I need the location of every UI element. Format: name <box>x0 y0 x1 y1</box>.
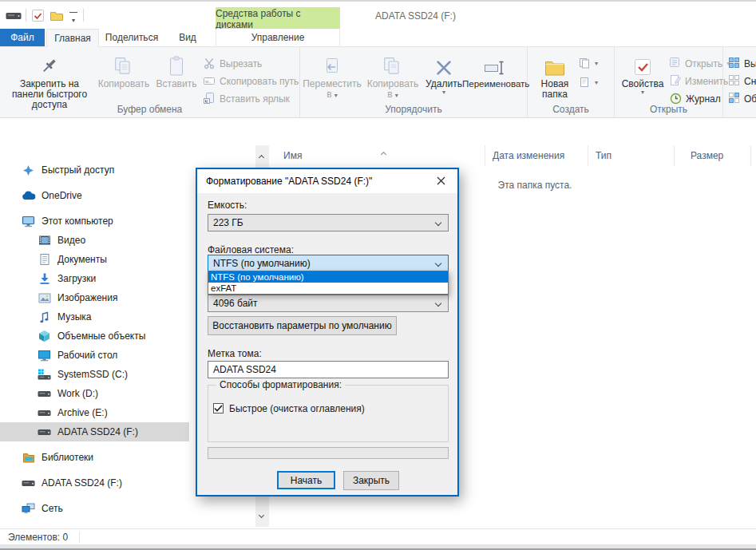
copy-path-icon: w.. <box>203 74 216 89</box>
properties-button[interactable]: Свойства ▾ <box>619 50 666 96</box>
copy-to-label: Копировать в <box>367 78 419 100</box>
column-header-name[interactable]: Имя <box>269 145 485 166</box>
sort-ascending-icon <box>382 148 386 159</box>
column-header-date[interactable]: Дата изменения <box>485 145 588 166</box>
sidebar-item-label: Изображения <box>57 292 117 303</box>
sidebar-item[interactable]: Быстрый доступ <box>0 160 189 180</box>
filesystem-option[interactable]: exFAT <box>208 283 448 294</box>
sidebar-item[interactable]: ADATA SSD24 (F:) <box>0 473 189 493</box>
sidebar-item[interactable]: SystemSSD (C:) <box>0 365 189 384</box>
scroll-down-arrow[interactable] <box>259 508 263 520</box>
sidebar-item[interactable]: Видео <box>0 231 189 250</box>
new-folder-label: Новая папка <box>534 79 576 100</box>
volume-label-value: ADATA SSD24 <box>213 364 276 375</box>
close-icon <box>437 176 445 188</box>
ribbon-tabs: Файл Главная Поделиться Вид Управление <box>0 29 756 46</box>
column-header-type[interactable]: Тип <box>588 145 675 166</box>
sidebar-item[interactable]: Этот компьютер <box>0 212 189 231</box>
ribbon-group-organize: Переместить в ▾ Копировать в ▾ Удалить ▾… <box>300 47 528 117</box>
edit-label: Изменить <box>685 76 728 87</box>
quick-format-checkbox[interactable] <box>213 403 224 413</box>
cluster-size-value: 4096 байт <box>213 298 258 309</box>
dialog-title-bar[interactable]: Форматирование "ADATA SSD24 (F:)" <box>197 169 457 193</box>
sidebar-item[interactable]: Сеть <box>0 499 189 518</box>
ribbon-group-create: Новая папка ▾ ▾ Создать <box>528 47 615 117</box>
sidebar-item-label: Этот компьютер <box>42 216 113 227</box>
group-label-open: Открыть <box>615 104 722 115</box>
filesystem-option[interactable]: NTFS (по умолчанию) <box>208 271 448 283</box>
filesystem-combobox[interactable]: NTFS (по умолчанию) <box>208 255 449 272</box>
sidebar-item-label: Сеть <box>42 503 63 514</box>
invert-selection-button[interactable]: Обр <box>728 92 756 106</box>
sidebar-item[interactable]: Рабочий стол <box>0 346 189 365</box>
select-all-icon <box>728 57 740 71</box>
column-header-size[interactable]: Размер <box>675 145 751 166</box>
tab-manage[interactable]: Управление <box>216 29 340 46</box>
objects-3d-icon <box>37 330 52 342</box>
sidebar-item[interactable]: Изображения <box>0 288 189 307</box>
sidebar-item[interactable]: Загрузки <box>0 269 189 288</box>
new-folder-button[interactable]: Новая папка <box>534 50 576 100</box>
pictures-icon <box>37 291 52 304</box>
move-to-label: Переместить в <box>303 78 362 100</box>
title-bar: ▾ Средства работы с дисками ADATA SSD24 … <box>0 0 756 29</box>
sidebar-item[interactable]: Archive (E:) <box>0 403 189 422</box>
select-none-button[interactable]: Сня <box>728 74 756 89</box>
start-button[interactable]: Начать <box>277 471 335 489</box>
copy-to-button: Копировать в ▾ <box>363 50 422 100</box>
sidebar-item-label: Work (D:) <box>57 388 98 399</box>
filesystem-dropdown-list: NTFS (по умолчанию)exFAT <box>208 271 449 295</box>
tab-share[interactable]: Поделиться <box>101 29 163 46</box>
sidebar-item[interactable]: Документы <box>0 250 189 269</box>
restore-defaults-button[interactable]: Восстановить параметры по умолчанию <box>208 316 397 335</box>
sidebar-item-label: Документы <box>57 254 107 265</box>
drive-icon <box>37 406 52 419</box>
delete-button[interactable]: Удалить ▾ <box>425 50 462 96</box>
sidebar-item[interactable]: Библиотеки <box>0 448 189 467</box>
divider <box>26 9 26 22</box>
cluster-size-combobox[interactable]: 4096 байт <box>208 295 449 312</box>
qat-customize-icon[interactable]: ▾ <box>69 10 78 25</box>
qat-new-folder-button[interactable] <box>49 10 64 24</box>
sidebar-item[interactable]: Музыка <box>0 307 189 326</box>
cut-button: Вырезать <box>203 57 262 71</box>
tab-file[interactable]: Файл <box>0 29 45 46</box>
pin-to-quick-access-button[interactable]: Закрепить на панели быстрого доступа <box>5 50 94 110</box>
tab-home[interactable]: Главная <box>46 29 99 47</box>
sidebar-item[interactable]: ADATA SSD24 (F:) <box>0 422 189 441</box>
sidebar-item-label: Видео <box>57 235 85 246</box>
easy-access-button[interactable]: ▾ <box>579 76 598 90</box>
capacity-label: Емкость: <box>208 200 247 211</box>
sidebar-item[interactable]: OneDrive <box>0 186 189 205</box>
select-all-label: Выд <box>744 58 756 69</box>
scroll-up-arrow[interactable] <box>259 151 263 162</box>
history-label: Журнал <box>686 93 721 105</box>
close-button[interactable]: Закрыть <box>343 471 399 490</box>
sidebar-item[interactable]: Work (D:) <box>0 384 189 403</box>
contextual-tab-header: Средства работы с дисками <box>216 7 340 30</box>
copy-path-label: Скопировать путь <box>220 76 299 87</box>
window-bottom-edge <box>0 544 756 550</box>
videos-icon <box>37 234 52 247</box>
select-none-label: Сня <box>744 76 756 87</box>
rename-button[interactable]: Переименовать <box>462 50 526 89</box>
select-all-button[interactable]: Выд <box>728 57 756 71</box>
ribbon-group-open: Свойства ▾ Открыть ▾ Изменить Журнал Отк… <box>615 47 723 117</box>
format-dialog: Форматирование "ADATA SSD24 (F:)" Емкост… <box>196 168 459 497</box>
qat-properties-button[interactable] <box>31 9 45 25</box>
volume-label-input[interactable]: ADATA SSD24 <box>208 361 449 378</box>
properties-dropdown-arrow[interactable]: ▾ <box>641 89 644 96</box>
dialog-close-button[interactable] <box>432 176 449 188</box>
properties-check-icon <box>632 50 653 79</box>
delete-dropdown-arrow[interactable]: ▾ <box>442 89 445 96</box>
paste-shortcut-label: Вставить ярлык <box>220 93 290 105</box>
network-icon <box>21 502 36 515</box>
capacity-combobox[interactable]: 223 ГБ <box>208 214 449 231</box>
sidebar-item[interactable]: Объемные объекты <box>0 326 189 346</box>
computer-monitor-icon <box>21 215 36 228</box>
sidebar-item-label: Объемные объекты <box>57 330 145 342</box>
new-item-icon <box>579 57 591 71</box>
new-item-button[interactable]: ▾ <box>579 57 598 71</box>
copy-icon <box>113 50 134 79</box>
tab-view[interactable]: Вид <box>164 29 211 46</box>
